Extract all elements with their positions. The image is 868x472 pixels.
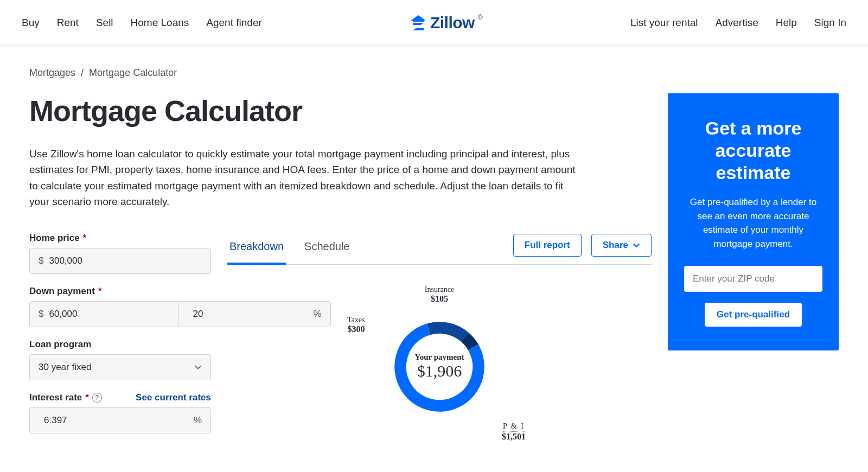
percent-icon: % bbox=[194, 415, 202, 426]
breadcrumb-current: Mortgage Calculator bbox=[89, 67, 177, 78]
top-nav: Buy Rent Sell Home Loans Agent finder Zi… bbox=[0, 0, 868, 46]
zillow-logo-icon bbox=[410, 14, 427, 31]
segment-taxes: Taxes $300 bbox=[347, 316, 365, 334]
down-payment-amount-input[interactable]: $ bbox=[29, 301, 178, 327]
tab-breakdown[interactable]: Breakdown bbox=[227, 233, 286, 265]
segment-insurance-value: $105 bbox=[425, 294, 454, 304]
zip-code-input[interactable] bbox=[684, 266, 822, 292]
required-icon: * bbox=[83, 233, 87, 244]
segment-pi-value: $1,501 bbox=[502, 432, 526, 442]
nav-sell[interactable]: Sell bbox=[96, 17, 113, 29]
required-icon: * bbox=[98, 286, 102, 297]
share-button[interactable]: Share bbox=[591, 234, 652, 257]
help-icon[interactable]: ? bbox=[92, 393, 102, 403]
field-home-price: Home price * $ bbox=[29, 233, 211, 274]
nav-rent[interactable]: Rent bbox=[57, 17, 79, 29]
promo-body: Get pre-qualified by a lender to see an … bbox=[684, 195, 822, 251]
nav-help[interactable]: Help bbox=[776, 17, 797, 29]
required-icon: * bbox=[85, 392, 89, 403]
interest-rate-label: Interest rate bbox=[29, 392, 82, 403]
down-payment-amount-value[interactable] bbox=[43, 309, 169, 320]
get-prequalified-button[interactable]: Get pre-qualified bbox=[705, 303, 802, 327]
brand-logo[interactable]: Zillow ® bbox=[410, 14, 483, 32]
loan-program-value: 30 year fixed bbox=[39, 362, 91, 373]
home-price-input[interactable]: $ bbox=[29, 248, 211, 274]
nav-sign-in[interactable]: Sign In bbox=[814, 17, 846, 29]
segment-pi: P & I $1,501 bbox=[502, 421, 526, 442]
tab-schedule[interactable]: Schedule bbox=[302, 233, 352, 264]
field-down-payment: Down payment * $ % bbox=[29, 286, 211, 327]
trademark-icon: ® bbox=[478, 14, 483, 21]
payment-center-value: $1,906 bbox=[415, 362, 464, 380]
home-price-label: Home price bbox=[29, 233, 80, 244]
brand-name: Zillow bbox=[430, 14, 475, 32]
nav-home-loans[interactable]: Home Loans bbox=[131, 17, 189, 29]
nav-left: Buy Rent Sell Home Loans Agent finder bbox=[22, 17, 262, 29]
promo-heading: Get a more accurate estimate bbox=[684, 117, 822, 183]
calculator-form: Home price * $ Down payment * bbox=[29, 233, 211, 445]
intro-text: Use Zillow's home loan calculator to qui… bbox=[29, 146, 577, 210]
home-price-value[interactable] bbox=[43, 256, 202, 266]
segment-taxes-value: $300 bbox=[347, 324, 365, 334]
see-current-rates-link[interactable]: See current rates bbox=[136, 392, 211, 403]
down-payment-label: Down payment bbox=[29, 286, 95, 297]
nav-right: List your rental Advertise Help Sign In bbox=[630, 17, 846, 29]
breadcrumb-parent[interactable]: Mortgages bbox=[29, 67, 75, 78]
field-interest-rate: Interest rate * ? See current rates % bbox=[29, 392, 211, 433]
dollar-icon: $ bbox=[39, 256, 43, 266]
calculator-output: Breakdown Schedule Full report Share bbox=[227, 233, 652, 448]
share-label: Share bbox=[603, 240, 628, 251]
nav-list-rental[interactable]: List your rental bbox=[630, 17, 698, 29]
chevron-down-icon bbox=[194, 363, 202, 371]
payment-breakdown-chart: Your payment $1,906 Insurance $105 Taxes… bbox=[227, 285, 652, 448]
interest-rate-value[interactable] bbox=[39, 415, 194, 426]
segment-insurance-name: Insurance bbox=[425, 285, 454, 294]
breadcrumb: Mortgages / Mortgage Calculator bbox=[29, 67, 652, 79]
loan-program-select[interactable]: 30 year fixed bbox=[29, 354, 211, 380]
page-title: Mortgage Calculator bbox=[29, 94, 652, 127]
nav-buy[interactable]: Buy bbox=[22, 17, 40, 29]
dollar-icon: $ bbox=[39, 309, 43, 320]
segment-insurance: Insurance $105 bbox=[425, 285, 454, 304]
prequalify-promo: Get a more accurate estimate Get pre-qua… bbox=[668, 93, 839, 350]
field-loan-program: Loan program 30 year fixed bbox=[29, 339, 211, 380]
segment-taxes-name: Taxes bbox=[347, 316, 365, 324]
interest-rate-input[interactable]: % bbox=[29, 407, 211, 433]
loan-program-label: Loan program bbox=[29, 339, 91, 350]
full-report-button[interactable]: Full report bbox=[513, 234, 582, 257]
payment-center-label: Your payment bbox=[415, 353, 464, 362]
chevron-down-icon bbox=[633, 241, 640, 249]
output-tabs: Breakdown Schedule bbox=[227, 233, 352, 264]
breadcrumb-sep: / bbox=[81, 67, 84, 78]
segment-pi-name: P & I bbox=[503, 422, 525, 432]
nav-advertise[interactable]: Advertise bbox=[716, 17, 758, 29]
nav-agent-finder[interactable]: Agent finder bbox=[206, 17, 261, 29]
